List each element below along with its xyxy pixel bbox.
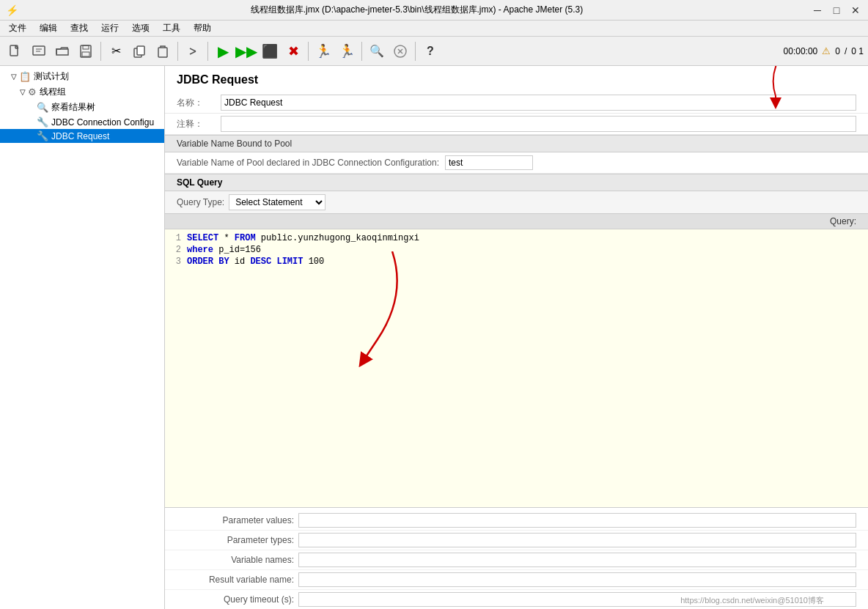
separator-5 xyxy=(361,42,362,61)
app-icon: ⚡ xyxy=(6,4,18,16)
query-label: Query: xyxy=(830,216,856,226)
watermark: https://blog.csdn.net/weixin@51010博客 xyxy=(680,595,824,606)
menu-file[interactable]: 文件 xyxy=(3,21,32,36)
menu-bar: 文件 编辑 查找 运行 选项 工具 帮助 xyxy=(0,21,868,37)
code-annotation-arrow xyxy=(334,251,422,369)
name-input[interactable] xyxy=(221,95,856,111)
pool-variable-row: Variable Name of Pool declared in JDBC C… xyxy=(165,152,868,174)
thread-group-icon: ⚙ xyxy=(28,86,37,97)
search-button[interactable]: 🔍 xyxy=(366,40,388,62)
svg-line-12 xyxy=(190,48,196,51)
menu-options[interactable]: 选项 xyxy=(126,21,155,36)
name-label: 名称： xyxy=(177,97,221,109)
pool-variable-input[interactable] xyxy=(445,155,533,170)
name-row: 名称： xyxy=(165,92,868,114)
error-count: 0 1 xyxy=(851,46,864,56)
kw-desc: DESC xyxy=(250,256,271,267)
query-type-row: Query Type: Select Statement Update Stat… xyxy=(165,191,868,213)
kw-order: ORDER BY xyxy=(187,256,229,267)
param-values-input[interactable] xyxy=(298,513,856,528)
menu-tools[interactable]: 工具 xyxy=(157,21,186,36)
menu-help[interactable]: 帮助 xyxy=(188,21,217,36)
help-button[interactable]: ? xyxy=(419,40,441,62)
code-limit-val: 100 xyxy=(309,256,325,267)
sidebar-item-jdbc-config[interactable]: 🔧 JDBC Connection Configu xyxy=(0,115,164,129)
param-types-input[interactable] xyxy=(298,533,856,547)
separator-3 xyxy=(207,42,208,61)
thread-group-label: 线程组 xyxy=(40,86,66,98)
cut-button[interactable]: ✂ xyxy=(105,40,127,62)
expand-button[interactable] xyxy=(182,40,204,62)
pool-variable-label: Variable Name of Pool declared in JDBC C… xyxy=(177,158,439,168)
new-button[interactable] xyxy=(4,40,26,62)
line-num-1: 1 xyxy=(165,233,187,243)
jdbc-config-label: JDBC Connection Configu xyxy=(51,117,154,128)
var-names-label: Variable names: xyxy=(177,555,294,565)
maximize-button[interactable]: □ xyxy=(830,4,843,17)
comment-input[interactable] xyxy=(221,116,856,132)
close-button[interactable]: ✕ xyxy=(849,4,862,17)
code-order-val: id xyxy=(235,256,251,267)
window-controls: ─ □ ✕ xyxy=(811,4,862,17)
test-plan-label: 测试计划 xyxy=(34,70,69,83)
stop-button[interactable]: ⬛ xyxy=(259,40,281,62)
minimize-button[interactable]: ─ xyxy=(811,4,824,17)
result-var-input[interactable] xyxy=(298,572,856,587)
expand-icon-thread: ▽ xyxy=(18,88,28,96)
code-line-1: 1 SELECT * FROM public.yunzhugong_kaoqin… xyxy=(165,232,868,244)
svg-rect-10 xyxy=(137,46,144,55)
paste-button[interactable] xyxy=(152,40,174,62)
expand-icon: ▽ xyxy=(9,73,19,81)
line-num-3: 3 xyxy=(165,256,187,267)
save-button[interactable] xyxy=(75,40,97,62)
sql-section-header: SQL Query xyxy=(165,174,868,191)
menu-find[interactable]: 查找 xyxy=(65,21,94,36)
sql-header-text: SQL Query xyxy=(177,177,222,188)
sql-editor[interactable]: 1 SELECT * FROM public.yunzhugong_kaoqin… xyxy=(165,229,868,508)
open-button[interactable] xyxy=(51,40,73,62)
kw-select: SELECT xyxy=(187,233,218,243)
shutdown-button[interactable]: ✖ xyxy=(282,40,304,62)
code-line-2: 2 where p_id=156 xyxy=(165,244,868,256)
sidebar-item-thread-group[interactable]: ▽ ⚙ 线程组 xyxy=(0,84,164,100)
query-timeout-label: Query timeout (s): xyxy=(177,594,294,605)
sidebar-item-test-plan[interactable]: ▽ 📋 测试计划 xyxy=(0,69,164,84)
var-names-row: Variable names: xyxy=(165,550,868,570)
query-area-header: Query: xyxy=(165,213,868,229)
sidebar-item-jdbc-request[interactable]: 🔧 JDBC Request xyxy=(0,129,164,143)
test-plan-icon: 📋 xyxy=(19,71,31,82)
content-panel: JDBC Request 名称： 注释： 两边一致 xyxy=(165,66,868,609)
remote-start-all-button[interactable]: 🏃 xyxy=(336,40,358,62)
templates-button[interactable] xyxy=(28,40,50,62)
timer-display: 00:00:00 ⚠ 0 / 0 1 xyxy=(784,45,864,56)
svg-rect-3 xyxy=(33,46,45,55)
code-star: * xyxy=(224,233,234,243)
title-bar: ⚡ 线程组数据库.jmx (D:\apache-jmeter-5.3\bin\线… xyxy=(0,0,868,21)
separator-1 xyxy=(100,42,101,61)
warning-count: 0 xyxy=(835,46,840,56)
query-type-select[interactable]: Select Statement Update Statement Callab… xyxy=(229,194,326,210)
sidebar: ▽ 📋 测试计划 ▽ ⚙ 线程组 🔍 察看结果树 🔧 JDBC Connecti… xyxy=(0,66,165,609)
result-tree-label: 察看结果树 xyxy=(51,101,95,114)
kw-from: FROM xyxy=(235,233,256,243)
svg-line-13 xyxy=(190,51,196,54)
toolbar: ✂ ▶ ▶▶ ⬛ ✖ 🏃 🏃 🔍 ? 00:00:00 ⚠ 0 / 0 1 xyxy=(0,37,868,66)
start-button[interactable]: ▶ xyxy=(212,40,234,62)
sidebar-item-result-tree[interactable]: 🔍 察看结果树 xyxy=(0,100,164,115)
result-var-row: Result variable name: xyxy=(165,570,868,590)
separator-4 xyxy=(308,42,309,61)
var-names-input[interactable] xyxy=(298,553,856,567)
copy-button[interactable] xyxy=(128,40,150,62)
kw-where: where xyxy=(187,245,213,255)
code-line-3: 3 ORDER BY id DESC LIMIT 100 xyxy=(165,256,868,267)
separator-2 xyxy=(177,42,178,61)
menu-run[interactable]: 运行 xyxy=(95,21,125,36)
menu-edit[interactable]: 编辑 xyxy=(34,21,63,36)
sql-section: SQL Query Query Type: Select Statement U… xyxy=(165,174,868,609)
line-code-2: where p_id=156 xyxy=(187,245,261,255)
query-type-label: Query Type: xyxy=(177,197,224,207)
result-var-label: Result variable name: xyxy=(177,575,294,585)
clear-all-button[interactable] xyxy=(389,40,411,62)
remote-start-button[interactable]: 🏃 xyxy=(312,40,334,62)
start-no-pause-button[interactable]: ▶▶ xyxy=(235,40,257,62)
